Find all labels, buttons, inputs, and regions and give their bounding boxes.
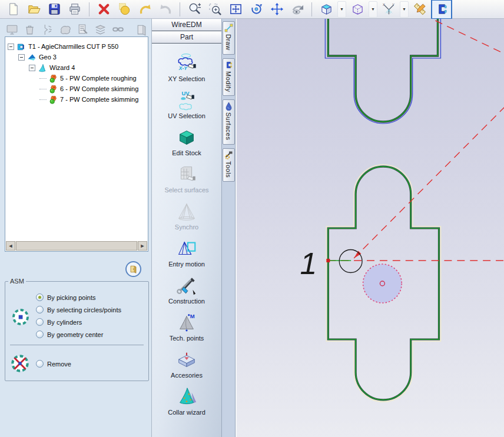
part-contour-top[interactable] [328, 19, 437, 122]
previous-view-button[interactable] [288, 1, 307, 18]
module-item-construction[interactable]: Construction [152, 275, 221, 312]
tree-item-wizard-4[interactable]: Wizard 4 [5, 62, 148, 73]
tree-item-6-pw-complete-skimming[interactable]: 6 - PW Complete skimming [5, 84, 148, 94]
wireedm-module-button[interactable] [431, 0, 452, 19]
rotate-view-button[interactable] [247, 1, 266, 18]
remove-radio[interactable] [36, 360, 44, 368]
asm-option-by-cylinders[interactable]: By cylinders [36, 316, 146, 328]
asm-separator [10, 345, 144, 345]
redo-button[interactable] [156, 1, 175, 18]
save-button[interactable] [45, 1, 64, 18]
shaded-view-button[interactable] [317, 1, 336, 18]
zoom-dynamic-button[interactable] [185, 1, 204, 18]
tab-surfaces[interactable]: Surfaces [223, 99, 235, 144]
axes-display-button-dropdown[interactable]: ▼ [400, 1, 409, 18]
axes-display-button[interactable]: XY [379, 1, 398, 18]
report-button[interactable] [77, 24, 89, 36]
link-button[interactable] [112, 24, 124, 36]
zoom-window-button[interactable] [205, 1, 224, 18]
redo-icon [159, 2, 173, 16]
asm-point-circle[interactable] [363, 264, 402, 303]
asm-option-by-picking-points[interactable]: By picking points [36, 291, 146, 303]
module-header-wireedm[interactable]: WireEDM [152, 19, 221, 31]
tree-expand-toggle[interactable] [8, 44, 14, 50]
tree-expand-toggle[interactable] [18, 54, 25, 61]
graphics-viewport[interactable]: 1 [236, 19, 504, 437]
module-item-uv-selection[interactable]: UVUV Selection [152, 89, 221, 126]
tech-points-icon: M [174, 312, 199, 334]
tree-expand-toggle[interactable] [29, 65, 35, 71]
module-item-collar-wizard[interactable]: Collar wizard [152, 386, 221, 423]
wireedm-stage-panel: WireEDM Part X-YXY SelectionUVUV Selecti… [152, 19, 222, 437]
tree-connector [39, 88, 47, 89]
construction-icon [174, 275, 199, 297]
circle-tool-button[interactable] [115, 1, 134, 18]
print-icon [68, 2, 82, 16]
by-selecting-circles-points-radio[interactable] [36, 306, 44, 313]
xy-selection-icon: X-Y [174, 52, 199, 75]
open-file-button[interactable] [24, 1, 43, 18]
zoom-dynamic-icon [188, 2, 201, 16]
by-cylinders-radio[interactable] [36, 318, 44, 326]
wizard-icon [38, 64, 47, 72]
thread-point-label: 1 [300, 246, 317, 281]
svg-text:X-Y: X-Y [178, 65, 188, 71]
tab-tools[interactable]: Tools [223, 148, 235, 182]
open-folder-icon [27, 2, 41, 16]
draw-icon [224, 24, 233, 32]
tree-horizontal-scrollbar[interactable]: ◄ ► [6, 241, 147, 251]
wireframe-view-button-dropdown[interactable]: ▼ [369, 1, 377, 18]
accessories-icon [174, 349, 199, 371]
pan-view-button[interactable] [267, 1, 286, 18]
asm-option-label: By geometry center [47, 331, 103, 338]
delete-item-button[interactable] [24, 24, 36, 36]
delete-button[interactable] [94, 1, 113, 18]
tree-item-5-pw-complete-roughing[interactable]: 5 - PW Complete roughing [5, 73, 148, 84]
layers-button[interactable] [94, 24, 107, 36]
tab-draw[interactable]: Draw [223, 21, 235, 55]
collapse-panel-button[interactable] [135, 24, 148, 36]
module-item-tech-points[interactable]: MTech. points [152, 312, 221, 349]
shaded-view-button-dropdown[interactable]: ▼ [337, 1, 346, 18]
module-item-label: Tech. points [170, 335, 204, 342]
wireframe-view-button[interactable] [348, 1, 367, 18]
tree-item-label: 7 - PW Complete skimming [60, 96, 138, 103]
print-button[interactable] [65, 1, 84, 18]
scroll-left-button[interactable]: ◄ [6, 241, 15, 251]
zoom-fit-button[interactable] [226, 1, 245, 18]
scrollbar-thumb[interactable] [16, 241, 137, 251]
asm-option-remove[interactable]: Remove [36, 358, 71, 370]
new-file-button[interactable] [4, 1, 22, 18]
asm-groupbox-title: ASM [8, 278, 26, 285]
module-item-edit-stock[interactable]: Edit Stock [152, 126, 221, 164]
tree-item-t1-agiecharmilles-cut-p-550[interactable]: T1 - AgieCharmilles CUT P 550 [5, 41, 148, 52]
measure-button[interactable] [410, 1, 429, 18]
by-geometry-center-radio[interactable] [36, 331, 44, 338]
show-on-screen-button[interactable] [6, 24, 18, 36]
part-contour-top-edge [328, 19, 437, 122]
axes-icon: XY [382, 2, 396, 16]
asm-option-label: By picking points [47, 294, 96, 301]
undo-button[interactable] [135, 1, 154, 18]
module-item-label: UV Selection [168, 112, 205, 119]
tab-modify[interactable]: Modify [223, 58, 235, 96]
circle-tool-icon [118, 2, 131, 16]
by-picking-points-radio[interactable] [36, 293, 44, 301]
module-item-xy-selection[interactable]: X-YXY Selection [152, 52, 221, 89]
geometry-icon [27, 53, 36, 62]
thread-point-circle[interactable] [339, 250, 362, 273]
tree-item-geo-3[interactable]: Geo 3 [5, 52, 148, 62]
scroll-right-button[interactable]: ► [138, 241, 147, 251]
exit-dialog-button[interactable] [125, 261, 141, 277]
wire-path-button[interactable] [41, 24, 54, 36]
start-point-marker[interactable] [326, 259, 330, 262]
process-tree[interactable]: T1 - AgieCharmilles CUT P 550Geo 3Wizard… [5, 36, 148, 252]
module-item-entry-motion[interactable]: Entry motion [152, 238, 221, 275]
asm-option-by-selecting-circles-points[interactable]: By selecting circles/points [36, 303, 146, 316]
asm-option-by-geometry-center[interactable]: By geometry center [36, 328, 146, 341]
module-item-accesories[interactable]: Accesories [152, 349, 221, 386]
tree-item-7-pw-complete-skimming[interactable]: 7 - PW Complete skimming [5, 94, 148, 105]
module-header-part[interactable]: Part [152, 31, 221, 44]
stock-display-button[interactable] [59, 24, 71, 36]
undo-icon [138, 2, 152, 16]
